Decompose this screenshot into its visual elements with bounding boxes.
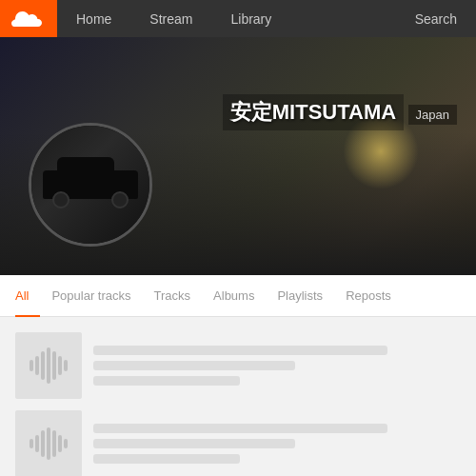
track-meta-skeleton	[93, 376, 240, 386]
track-title-skeleton	[93, 424, 387, 433]
track-artist-skeleton	[93, 439, 295, 448]
navbar: Home Stream Library Search	[0, 0, 476, 37]
wave-bar	[41, 430, 45, 457]
soundcloud-icon	[11, 10, 46, 28]
car-wheel-front	[52, 191, 69, 208]
track-thumbnail[interactable]	[15, 332, 82, 399]
user-info: 安定MITSUTAMA Japan	[223, 94, 457, 130]
waveform-icon	[30, 351, 68, 380]
track-artist-skeleton	[93, 361, 295, 370]
track-info	[93, 346, 461, 386]
wave-bar	[30, 439, 33, 448]
nav-library[interactable]: Library	[211, 0, 290, 37]
user-location: Japan	[408, 105, 457, 125]
car-silhouette	[43, 161, 138, 208]
wave-bar	[52, 430, 56, 457]
wave-bar	[35, 435, 39, 452]
tab-tracks[interactable]: Tracks	[143, 275, 203, 317]
car-wheel-rear	[111, 191, 129, 208]
content-area	[0, 317, 476, 476]
wave-bar	[58, 435, 62, 452]
waveform-icon	[30, 429, 68, 458]
tab-reposts[interactable]: Reposts	[334, 275, 403, 317]
wave-bar	[47, 427, 50, 460]
track-thumbnail[interactable]	[15, 410, 82, 476]
track-item	[15, 332, 461, 399]
wave-bar	[41, 351, 45, 380]
wave-bar	[35, 356, 39, 375]
wave-bar	[47, 347, 50, 384]
hero-banner: 安定MITSUTAMA Japan	[0, 37, 476, 275]
tab-popular-tracks[interactable]: Popular tracks	[40, 275, 142, 317]
track-title-skeleton	[93, 346, 387, 355]
tab-albums[interactable]: Albums	[202, 275, 266, 317]
wave-bar	[58, 356, 62, 375]
avatar-inner	[31, 126, 149, 244]
username: 安定MITSUTAMA	[223, 94, 404, 130]
track-item	[15, 410, 461, 476]
nav-stream[interactable]: Stream	[130, 0, 211, 37]
wave-bar	[52, 351, 56, 380]
soundcloud-logo[interactable]	[0, 0, 57, 37]
wave-bar	[30, 360, 33, 371]
track-meta-skeleton	[93, 454, 240, 464]
avatar	[29, 123, 152, 247]
wave-bar	[64, 439, 68, 448]
nav-search[interactable]: Search	[396, 0, 476, 37]
track-info	[93, 424, 461, 464]
profile-tabs: All Popular tracks Tracks Albums Playlis…	[0, 275, 476, 317]
tab-playlists[interactable]: Playlists	[266, 275, 334, 317]
nav-home[interactable]: Home	[57, 0, 130, 37]
tab-all[interactable]: All	[15, 275, 40, 317]
wave-bar	[64, 360, 68, 371]
